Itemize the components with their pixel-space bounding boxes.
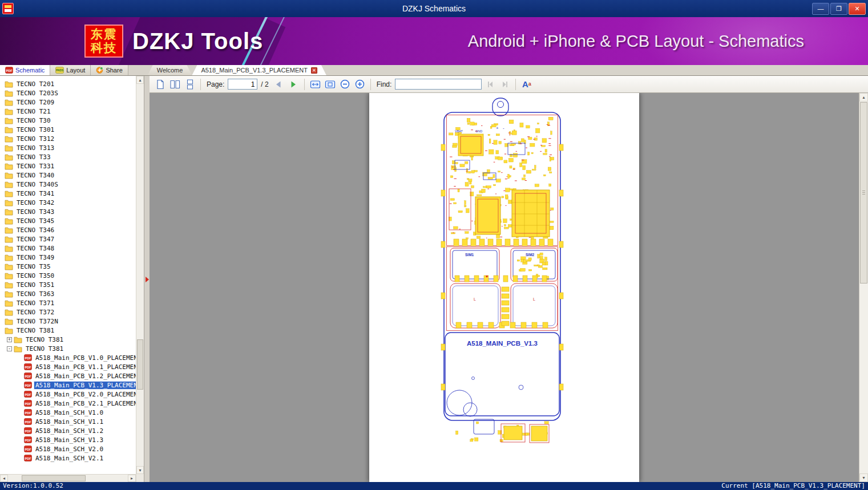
tree-folder[interactable]: TECNO T33 (0, 152, 136, 161)
single-page-view-icon[interactable] (154, 78, 167, 91)
tree-file[interactable]: PDFA518_Main_SCH_V1.0 (0, 408, 136, 417)
svg-text:PDF: PDF (25, 457, 32, 460)
folder-icon (5, 318, 13, 325)
tree-folder[interactable]: TECNO T313 (0, 143, 136, 152)
prev-page-icon[interactable] (272, 78, 285, 91)
sidebar-hscrollbar[interactable]: ◂ ▸ (0, 474, 136, 482)
tree-file[interactable]: PDFA518_Main_PCB_V2.1_PLACEMENT (0, 399, 136, 408)
document-vscrollbar[interactable]: ▴ ▾ (859, 93, 868, 482)
sidebar-vscrollbar[interactable] (136, 84, 144, 466)
folder-icon (5, 190, 13, 197)
tree-folder[interactable]: TECNO T21 (0, 107, 136, 116)
close-button[interactable]: ✕ (849, 3, 866, 15)
tree-file[interactable]: PDFA518_Main_SCH_V1.2 (0, 426, 136, 435)
tree-file[interactable]: PDFA518_Main_PCB_V1.2_PLACEMENT (0, 371, 136, 380)
fit-page-icon[interactable] (324, 78, 337, 91)
tree-folder[interactable]: TECNO T340 (0, 171, 136, 180)
hscroll-thumb[interactable] (22, 475, 86, 481)
tab-share[interactable]: Share (91, 65, 128, 75)
zoom-in-icon[interactable] (353, 78, 366, 91)
tree-folder[interactable]: TECNO T349 (0, 253, 136, 262)
tree-folder[interactable]: TECNO T371 (0, 298, 136, 307)
tree-folder[interactable]: TECNO T348 (0, 244, 136, 253)
tree-folder[interactable]: TECNO T347 (0, 234, 136, 244)
tree-folder[interactable]: TECNO T345 (0, 216, 136, 225)
find-input[interactable] (395, 79, 482, 90)
folder-icon (5, 163, 13, 170)
document-viewport[interactable]: VBAT GND + - SIM1 SIM2 L L ♥ A518_MAIN_P… (150, 93, 868, 482)
tree-folder[interactable]: TECNO T30 (0, 116, 136, 125)
tree-expander-icon[interactable]: - (7, 346, 12, 351)
tree-folder[interactable]: TECNO T340S (0, 180, 136, 189)
folder-icon (5, 126, 13, 133)
splitter-collapse-icon[interactable] (146, 277, 149, 282)
tree-item-label: TECNO T30 (15, 117, 52, 124)
find-previous-icon[interactable] (483, 78, 496, 91)
tree-folder[interactable]: TECNO T203S (0, 88, 136, 98)
pdf-file-icon: PDF (24, 382, 32, 388)
close-tab-icon[interactable]: ✕ (311, 67, 317, 74)
tree-folder[interactable]: TECNO T343 (0, 207, 136, 216)
tree-folder[interactable]: TECNO T342 (0, 198, 136, 207)
tree-folder[interactable]: TECNO T301 (0, 125, 136, 134)
tree-folder[interactable]: TECNO T363 (0, 289, 136, 298)
tree-folder[interactable]: TECNO T351 (0, 280, 136, 289)
doc-tab[interactable]: A518_Main_PCB_V1.3_PLACEMENT✕ (192, 65, 326, 75)
tree-file[interactable]: PDFA518_Main_PCB_V1.0_PLACEMENT (0, 353, 136, 362)
pdf-page[interactable]: VBAT GND + - SIM1 SIM2 L L ♥ A518_MAIN_P… (369, 93, 639, 482)
fit-width-icon[interactable] (309, 78, 322, 91)
tree-folder[interactable]: TECNO T209 (0, 98, 136, 107)
tree-folder[interactable]: TECNO T341 (0, 189, 136, 198)
tree-folder[interactable]: TECNO T331 (0, 161, 136, 171)
tree-expander-icon[interactable]: + (7, 337, 12, 342)
next-page-icon[interactable] (287, 78, 300, 91)
doc-tab-label: Welcome (157, 67, 183, 74)
doc-tab[interactable]: Welcome (148, 65, 192, 75)
version-text: Version:1.0.0.52 (3, 482, 63, 490)
tree-file[interactable]: PDFA518_Main_SCH_V1.1 (0, 417, 136, 426)
tree-item-label: TECNO T381 (25, 345, 64, 353)
find-next-icon[interactable] (498, 78, 511, 91)
tree-folder[interactable]: TECNO T312 (0, 134, 136, 143)
page-number-input[interactable] (228, 79, 257, 90)
scroll-down-icon[interactable]: ▾ (859, 473, 868, 482)
tree-folder[interactable]: TECNO T35 (0, 262, 136, 271)
tree-folder[interactable]: TECNO T372 (0, 307, 136, 317)
tree-folder[interactable]: TECNO T350 (0, 271, 136, 280)
tree-file[interactable]: PDFA518_Main_PCB_V1.1_PLACEMENT (0, 362, 136, 371)
tree-file[interactable]: PDFA518_Main_SCH_V1.3 (0, 435, 136, 444)
sidebar-splitter[interactable] (144, 76, 150, 482)
scroll-up-icon[interactable]: ▴ (859, 93, 868, 102)
tree-folder[interactable]: TECNO T201 (0, 79, 136, 88)
tab-layout[interactable]: PADSLayout (50, 65, 91, 75)
tab-schematic[interactable]: PDFSchematic (0, 65, 50, 75)
minimize-button[interactable]: — (812, 3, 829, 15)
facing-pages-view-icon[interactable] (168, 78, 181, 91)
continuous-pages-view-icon[interactable] (183, 78, 196, 91)
tree-file[interactable]: PDFA518_Main_PCB_V1.3_PLACEMENT (0, 380, 136, 390)
zoom-out-icon[interactable] (338, 78, 352, 91)
vscroll-thumb[interactable] (137, 339, 143, 390)
scroll-left-icon[interactable]: ◂ (0, 475, 8, 482)
tree-file[interactable]: PDFA518_Main_SCH_V2.0 (0, 444, 136, 453)
tree-folder[interactable]: -TECNO T381 (0, 344, 136, 353)
scroll-right-icon[interactable]: ▸ (128, 475, 136, 482)
tree-item-label: TECNO T313 (15, 144, 55, 152)
pcb-label-vbat: VBAT (455, 129, 463, 133)
pcb-battery-plus: + (496, 125, 499, 131)
tree-file[interactable]: PDFA518_Main_PCB_V2.0_PLACEMENT (0, 390, 136, 399)
share-icon (96, 67, 103, 74)
pcb-label-sim1: SIM1 (465, 253, 474, 257)
tree-folder[interactable]: +TECNO T381 (0, 335, 136, 344)
tree-folder[interactable]: TECNO T372N (0, 317, 136, 326)
scroll-down-icon[interactable]: ▾ (136, 466, 144, 474)
maximize-button[interactable]: ❐ (830, 3, 847, 15)
tree-file[interactable]: PDFA518_Main_SCH_V2.1 (0, 453, 136, 463)
tree-folder[interactable]: TECNO T346 (0, 225, 136, 234)
folder-icon (5, 153, 13, 161)
document-scroll-thumb[interactable] (860, 102, 867, 284)
tree-item-label: TECNO T33 (15, 153, 52, 161)
font-size-icon[interactable]: Aa (520, 78, 533, 91)
tree-folder[interactable]: TECNO T381 (0, 326, 136, 335)
scroll-up-icon[interactable]: ▴ (136, 76, 144, 84)
